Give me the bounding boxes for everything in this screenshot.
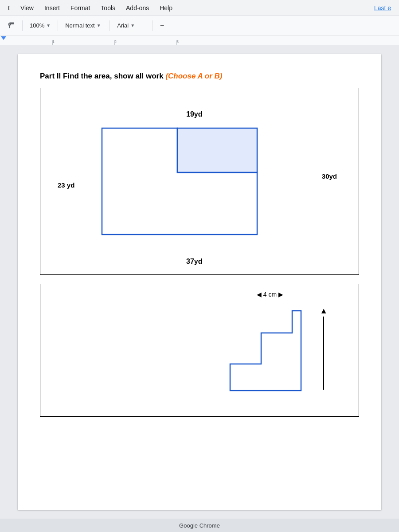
step-shape-svg	[89, 115, 301, 252]
arrow-up-container: ▲	[320, 306, 328, 391]
ruler-line-2	[114, 40, 115, 45]
minus-label: –	[160, 22, 164, 30]
label-30yd: 30yd	[322, 172, 337, 180]
arrow-vertical-line	[323, 317, 324, 390]
menu-item-last-edited[interactable]: Last e	[370, 3, 395, 13]
menu-item-view[interactable]: View	[16, 3, 38, 13]
shape-container-1: 19yd 30yd 23 yd 37yd	[49, 97, 350, 266]
ruler-line-3	[176, 40, 177, 45]
shape-wrapper-1: 19yd 30yd 23 yd 37yd	[89, 110, 310, 252]
zoom-dropdown-arrow: ▼	[46, 23, 51, 28]
menu-bar: t View Insert Format Tools Add-ons Help …	[0, 0, 399, 16]
label-4cm-text: 4 cm	[263, 291, 277, 298]
paint-format-button[interactable]	[4, 20, 19, 31]
zoom-button[interactable]: 100% ▼	[26, 20, 54, 31]
choose-text: (Choose A or B)	[165, 72, 222, 80]
minus-button[interactable]: –	[156, 20, 168, 31]
problem-box-1: 19yd 30yd 23 yd 37yd	[40, 88, 359, 275]
style-button[interactable]: Normal text ▼	[62, 20, 106, 31]
label-37yd: 37yd	[186, 258, 202, 266]
menu-item-insert[interactable]: Insert	[40, 3, 64, 13]
arrow-left: ◀	[257, 291, 262, 298]
step-shape-2-svg	[226, 306, 314, 395]
style-value: Normal text	[65, 22, 94, 29]
part-title-text: Part II Find the area, show all work	[40, 72, 165, 80]
toolbar-separator-2	[58, 20, 58, 31]
ruler-line-1	[52, 40, 53, 45]
ruler-arrow	[1, 36, 6, 40]
ruler: 1 2 3	[0, 35, 399, 45]
part-title: Part II Find the area, show all work (Ch…	[40, 72, 359, 81]
shape-container-2: ◀ 4 cm ▶ ▲	[49, 293, 350, 399]
menu-item-t[interactable]: t	[4, 3, 14, 13]
chrome-label: Google Chrome	[179, 522, 220, 529]
style-dropdown-arrow: ▼	[97, 23, 101, 28]
menu-item-format[interactable]: Format	[66, 3, 94, 13]
font-dropdown-arrow: ▼	[130, 23, 135, 28]
label-23yd: 23 yd	[58, 181, 74, 189]
arrow-up-symbol: ▲	[320, 306, 328, 316]
toolbar: 100% ▼ Normal text ▼ Arial ▼ –	[0, 16, 399, 35]
problem-box-2: ◀ 4 cm ▶ ▲	[40, 284, 359, 417]
zoom-value: 100%	[30, 22, 44, 29]
document-area: Part II Find the area, show all work (Ch…	[0, 45, 399, 519]
menu-item-addons[interactable]: Add-ons	[121, 3, 153, 13]
step-shape-shaded	[177, 128, 257, 172]
toolbar-separator-1	[22, 20, 23, 31]
menu-item-tools[interactable]: Tools	[96, 3, 120, 13]
arrow-right: ▶	[278, 291, 283, 298]
font-value: Arial	[117, 22, 129, 29]
toolbar-separator-3	[110, 20, 110, 31]
menu-item-help[interactable]: Help	[155, 3, 177, 13]
ruler-inner: 1 2 3	[17, 35, 395, 45]
chrome-taskbar[interactable]: Google Chrome	[0, 519, 399, 532]
toolbar-separator-4	[153, 20, 153, 31]
label-4cm: ◀ 4 cm ▶	[257, 291, 283, 298]
page: Part II Find the area, show all work (Ch…	[18, 54, 381, 510]
paint-format-icon	[7, 22, 15, 30]
step-shape-2-path	[230, 311, 301, 391]
shape-wrapper-2: ◀ 4 cm ▶ ▲	[226, 302, 314, 391]
font-button[interactable]: Arial ▼	[113, 20, 149, 31]
